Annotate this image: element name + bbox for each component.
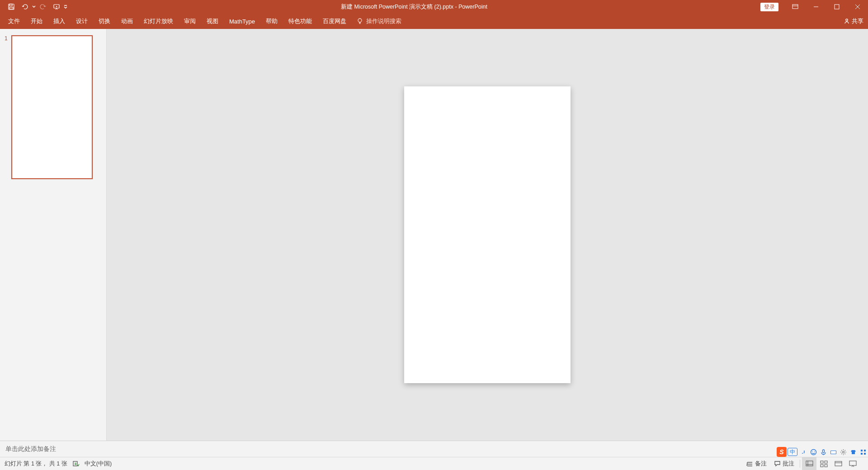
tab-home[interactable]: 开始 [25,14,48,29]
tab-insert[interactable]: 插入 [48,14,71,29]
tabs-container: 文件 开始 插入 设计 切换 动画 幻灯片放映 审阅 视图 MathType 帮… [0,14,352,29]
notes-toggle[interactable]: 备注 [743,457,770,470]
redo-button[interactable] [36,0,50,14]
workspace: 1 单击此处添加备注 [0,29,868,457]
svg-rect-5 [835,5,839,9]
share-button[interactable]: 共享 [844,14,863,29]
status-right: 备注 批注 [743,457,868,470]
ribbon-display-options[interactable] [785,0,806,14]
language-indicator[interactable]: 中文(中国) [85,460,112,468]
slide[interactable] [404,86,571,383]
ime-emoji-icon[interactable] [808,447,818,457]
ime-voice-icon[interactable] [818,447,828,457]
svg-rect-9 [806,461,813,466]
spellcheck-button[interactable] [73,461,79,467]
undo-dropdown[interactable] [32,5,36,9]
comments-toggle[interactable]: 批注 [770,457,798,470]
tab-baidunetdisk[interactable]: 百度网盘 [317,14,352,29]
tell-me-label: 操作说明搜索 [366,17,401,25]
sogou-ime-icon[interactable]: S [777,447,787,457]
slide-canvas-area[interactable] [107,29,868,441]
tab-mathtype[interactable]: MathType [224,14,260,29]
share-icon [844,18,850,24]
editor-upper: 1 [0,29,868,441]
ime-tray: S 中 [777,447,868,457]
tab-review[interactable]: 审阅 [179,14,201,29]
slideshow-view-button[interactable] [845,457,860,470]
svg-rect-14 [835,461,842,466]
notes-icon [746,461,753,467]
svg-rect-22 [831,451,836,454]
tab-file[interactable]: 文件 [3,14,25,29]
tab-transitions[interactable]: 切换 [93,14,116,29]
title-right: 登录 [760,0,868,14]
close-button[interactable] [847,0,868,14]
notes-placeholder: 单击此处添加备注 [5,445,56,453]
svg-point-6 [358,19,362,22]
tab-features[interactable]: 特色功能 [283,14,317,29]
notes-toggle-label: 备注 [755,460,767,468]
svg-rect-26 [861,453,863,455]
tab-design[interactable]: 设计 [71,14,93,29]
svg-point-16 [802,453,803,454]
svg-rect-4 [793,5,798,9]
normal-view-button[interactable] [802,457,816,470]
undo-button[interactable] [18,0,32,14]
svg-rect-25 [864,450,866,451]
qat-customize[interactable] [63,5,68,9]
thumbnail-number: 1 [5,35,8,434]
notes-pane[interactable]: 单击此处添加备注 [0,441,868,457]
maximize-button[interactable] [826,0,847,14]
slide-thumbnail-1[interactable] [11,35,93,179]
svg-rect-13 [825,465,827,467]
svg-rect-8 [73,461,77,466]
svg-rect-12 [821,465,823,467]
svg-point-18 [812,451,813,452]
svg-point-17 [811,449,816,455]
signin-button[interactable]: 登录 [760,3,778,11]
svg-rect-2 [9,7,13,9]
ime-toolbox-icon[interactable] [858,447,868,457]
svg-rect-11 [825,461,827,463]
lightbulb-icon [356,18,363,25]
slideshow-from-start-button[interactable] [50,0,63,14]
svg-point-19 [814,451,815,452]
tab-animations[interactable]: 动画 [116,14,138,29]
ime-skin-icon[interactable] [848,447,858,457]
quick-access-toolbar [0,0,68,14]
slide-sorter-view-button[interactable] [816,457,831,470]
share-label: 共享 [852,17,863,25]
svg-rect-27 [864,453,866,455]
svg-rect-15 [849,461,856,465]
title-bar: 新建 Microsoft PowerPoint 演示文稿 (2).pptx - … [0,0,868,14]
ime-keyboard-icon[interactable] [828,447,838,457]
ime-punct-icon[interactable] [798,447,808,457]
tab-view[interactable]: 视图 [201,14,224,29]
ime-lang-toggle[interactable]: 中 [788,448,797,456]
reading-view-button[interactable] [831,457,845,470]
svg-point-7 [846,19,848,21]
ime-settings-icon[interactable] [838,447,848,457]
svg-point-23 [842,451,844,453]
comments-toggle-label: 批注 [783,460,794,468]
svg-rect-20 [822,450,824,453]
document-title: 新建 Microsoft PowerPoint 演示文稿 (2).pptx - … [68,3,760,11]
status-left: 幻灯片 第 1 张， 共 1 张 中文(中国) [0,460,112,468]
thumbnail-pane[interactable]: 1 [0,29,107,441]
ribbon-tabs: 文件 开始 插入 设计 切换 动画 幻灯片放映 审阅 视图 MathType 帮… [0,14,868,29]
svg-rect-10 [821,461,823,463]
minimize-button[interactable] [806,0,826,14]
save-button[interactable] [5,0,18,14]
separator [800,460,800,468]
comment-icon [774,461,781,467]
svg-rect-24 [861,450,863,451]
status-bar: 幻灯片 第 1 张， 共 1 张 中文(中国) 备注 批注 [0,457,868,470]
tab-slideshow[interactable]: 幻灯片放映 [138,14,179,29]
svg-rect-1 [9,4,12,6]
tell-me-search[interactable]: 操作说明搜索 [356,17,401,25]
tab-help[interactable]: 帮助 [260,14,283,29]
slide-indicator[interactable]: 幻灯片 第 1 张， 共 1 张 [5,460,67,468]
